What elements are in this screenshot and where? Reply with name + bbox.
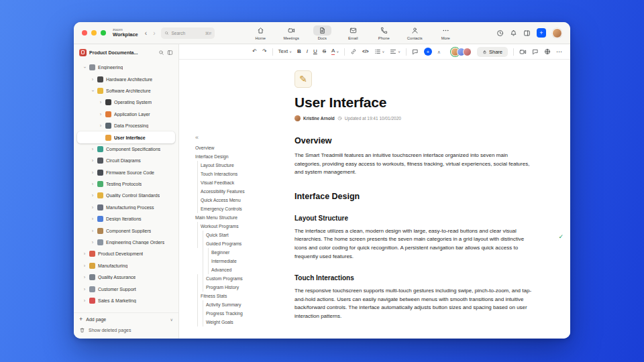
section-heading[interactable]: Interface Design bbox=[294, 192, 539, 201]
tab-email[interactable]: Email bbox=[340, 25, 366, 40]
outline-item[interactable]: Quick Access Menu bbox=[195, 196, 253, 204]
text-style-dropdown[interactable]: Text ∨ bbox=[278, 49, 292, 54]
more-options-button[interactable]: ⋯ bbox=[556, 49, 562, 55]
outline-item[interactable]: Touch Interactions bbox=[195, 170, 253, 178]
sidebar-search-icon[interactable] bbox=[158, 50, 164, 56]
underline-button[interactable]: U bbox=[313, 49, 317, 54]
sidebar-page-item[interactable]: › Component Specifications bbox=[77, 143, 175, 155]
expand-chevron-icon[interactable]: › bbox=[83, 251, 87, 257]
user-avatar[interactable] bbox=[552, 28, 562, 38]
outline-item[interactable]: Weight Goals bbox=[195, 318, 253, 326]
sidebar-page-item[interactable]: › Firmware Source Code bbox=[77, 167, 175, 178]
sidebar-collapse-icon[interactable] bbox=[167, 50, 173, 56]
expand-chevron-icon[interactable]: › bbox=[83, 274, 87, 280]
forward-button[interactable]: › bbox=[153, 29, 155, 37]
sidebar-page-item[interactable]: › Customer Support bbox=[77, 283, 175, 294]
expand-chevron-icon[interactable]: › bbox=[90, 88, 96, 93]
sidebar-page-item[interactable]: › Application Layer bbox=[77, 109, 175, 120]
back-button[interactable]: ‹ bbox=[145, 29, 147, 37]
tab-phone[interactable]: Phone bbox=[371, 25, 397, 40]
expand-chevron-icon[interactable]: › bbox=[83, 286, 87, 292]
outline-item[interactable]: Emergency Controls bbox=[195, 204, 253, 213]
section-paragraph[interactable]: The interface utilizes a clean, modern d… bbox=[294, 227, 532, 261]
expand-chevron-icon[interactable]: › bbox=[91, 192, 95, 198]
new-item-button[interactable]: + bbox=[537, 28, 546, 38]
text-color-dropdown[interactable]: A ∨ bbox=[331, 48, 339, 55]
expand-chevron-icon[interactable]: › bbox=[99, 99, 103, 105]
expand-chevron-icon[interactable]: › bbox=[83, 263, 87, 269]
outline-item[interactable]: Layout Structure bbox=[195, 161, 253, 170]
expand-chevron-icon[interactable]: › bbox=[91, 216, 95, 222]
expand-chevron-icon[interactable]: › bbox=[91, 170, 95, 176]
outline-item[interactable]: Beginner bbox=[195, 248, 253, 257]
expand-chevron-icon[interactable]: › bbox=[91, 146, 95, 152]
sidebar-page-item[interactable]: › Manufacturing Process bbox=[77, 202, 175, 213]
chat-button[interactable] bbox=[532, 48, 539, 55]
italic-button[interactable]: I bbox=[307, 49, 308, 54]
sidebar-page-item[interactable]: › Manufacturing bbox=[77, 260, 175, 272]
outline-item[interactable]: Program History bbox=[195, 283, 253, 292]
tab-more[interactable]: More bbox=[433, 25, 459, 40]
global-search-input[interactable]: Search ⌘F bbox=[161, 27, 215, 39]
close-window-button[interactable] bbox=[82, 30, 87, 36]
outline-item[interactable]: Activity Summary bbox=[195, 300, 253, 309]
sidebar-page-item[interactable]: › Product Development bbox=[77, 248, 175, 259]
expand-chevron-icon[interactable]: › bbox=[91, 239, 95, 245]
insert-block-button[interactable]: + bbox=[424, 48, 432, 56]
maximize-window-button[interactable] bbox=[101, 30, 106, 36]
notifications-bell-icon[interactable] bbox=[510, 29, 517, 37]
section-heading[interactable]: Overview bbox=[294, 136, 539, 145]
sidebar-page-item[interactable]: › Circuit Diagrams bbox=[77, 155, 175, 166]
outline-item[interactable]: Intermediate bbox=[195, 257, 253, 265]
outline-item[interactable]: Main Menu Structure bbox=[195, 213, 253, 222]
expand-chevron-icon[interactable]: › bbox=[82, 66, 88, 70]
undo-button[interactable]: ↶ bbox=[252, 49, 257, 54]
expand-chevron-icon[interactable]: › bbox=[91, 181, 95, 187]
sidebar-page-item[interactable]: › Engineering Change Orders bbox=[77, 237, 175, 248]
recordings-icon[interactable] bbox=[496, 29, 504, 37]
tab-docs[interactable]: Docs bbox=[309, 25, 335, 40]
sidebar-page-item[interactable]: › Design Iterations bbox=[77, 213, 175, 225]
page-title[interactable]: User Interface bbox=[294, 95, 539, 111]
section-heading[interactable]: Layout Structure bbox=[294, 215, 539, 222]
expand-chevron-icon[interactable]: › bbox=[91, 228, 95, 234]
add-page-button[interactable]: + Add page ∨ bbox=[79, 316, 173, 322]
redo-button[interactable]: ↷ bbox=[262, 49, 267, 54]
sidebar-page-item[interactable]: › Hardware Architecture bbox=[77, 73, 175, 84]
expand-chevron-icon[interactable]: › bbox=[91, 76, 95, 82]
tab-meetings[interactable]: Meetings bbox=[278, 25, 305, 40]
section-paragraph[interactable]: The Smart Treadmill features an intuitiv… bbox=[294, 152, 532, 177]
outline-item[interactable]: Workout Programs bbox=[195, 222, 253, 231]
expand-chevron-icon[interactable]: › bbox=[99, 111, 103, 117]
outline-item[interactable]: Visual Feedback bbox=[195, 178, 253, 187]
page-emoji-icon[interactable]: ✎ bbox=[294, 70, 312, 88]
add-page-caret-icon[interactable]: ∨ bbox=[170, 317, 173, 322]
tab-contacts[interactable]: Contacts bbox=[402, 25, 428, 40]
outline-item[interactable]: Advanced bbox=[195, 265, 253, 274]
sidebar-page-item[interactable]: › Component Suppliers bbox=[77, 225, 175, 236]
collaborator-avatar[interactable] bbox=[463, 48, 472, 56]
sidebar-page-item[interactable]: › Software Architecture bbox=[77, 85, 175, 97]
start-video-button[interactable] bbox=[519, 48, 527, 56]
publish-web-button[interactable] bbox=[544, 48, 551, 55]
section-heading[interactable]: Touch Interactions bbox=[294, 274, 539, 282]
sidebar-page-item[interactable]: › Quality Control Standards bbox=[77, 190, 175, 201]
expand-chevron-icon[interactable]: › bbox=[91, 204, 95, 210]
align-dropdown[interactable]: ∨ bbox=[390, 48, 400, 55]
sidebar-page-item[interactable]: › Sales & Marketing bbox=[77, 295, 175, 306]
sidebar-page-item[interactable]: › User Interface bbox=[77, 131, 175, 143]
outline-item[interactable]: Progress Tracking bbox=[195, 309, 253, 318]
sidebar-page-item[interactable]: › Testing Protocols bbox=[77, 178, 175, 190]
expand-chevron-icon[interactable]: › bbox=[99, 123, 103, 129]
minimize-window-button[interactable] bbox=[91, 30, 97, 36]
outline-item[interactable]: Interface Design bbox=[195, 152, 253, 161]
outline-item[interactable]: Accessibility Features bbox=[195, 187, 253, 196]
collapse-toolbar-button[interactable]: ∧ bbox=[437, 50, 441, 54]
tab-home[interactable]: Home bbox=[248, 25, 274, 40]
show-deleted-pages-button[interactable]: Show deleted pages bbox=[79, 327, 173, 333]
outline-item[interactable]: Fitness Stats bbox=[195, 292, 253, 300]
sidebar-page-item[interactable]: › Engineering bbox=[77, 62, 175, 73]
expand-chevron-icon[interactable]: › bbox=[91, 158, 95, 164]
section-paragraph[interactable]: The responsive touchscreen supports mult… bbox=[294, 287, 532, 320]
strikethrough-button[interactable]: S bbox=[323, 49, 326, 54]
